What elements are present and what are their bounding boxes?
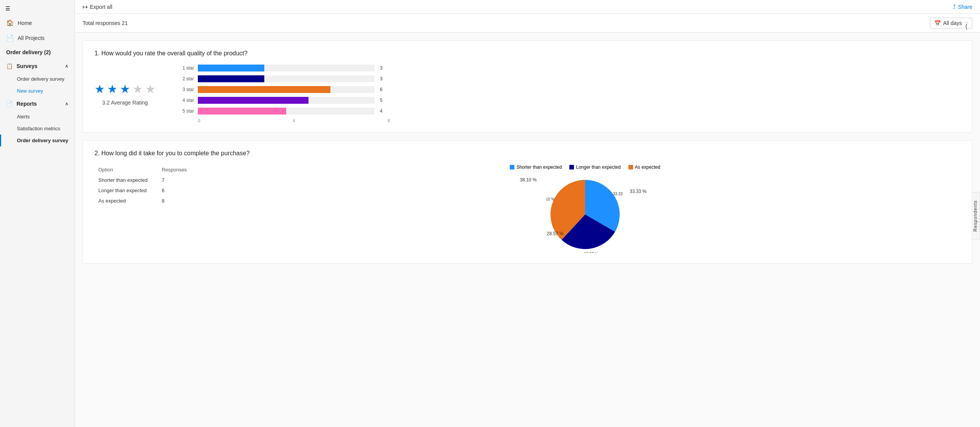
bar-label: 3 star — [179, 87, 194, 92]
bar-fill — [198, 108, 286, 115]
order-delivery-survey-report-label: Order delivery survey — [17, 138, 68, 143]
pie-label-text-0: 33.33 % — [613, 192, 623, 196]
legend-label: Shorter than expected — [516, 164, 562, 170]
legend-dot — [510, 165, 514, 169]
reports-collapse-icon[interactable]: ∧ — [65, 101, 68, 106]
pie-label-text-2: 38.10 % — [547, 197, 555, 201]
question-2-card: 2. How long did it take for you to compl… — [83, 140, 972, 264]
top-bar: ↦ Export all ⤴ Share — [75, 0, 980, 14]
question-1-title: 1. How would you rate the overall qualit… — [95, 50, 960, 57]
sidebar-item-new-survey[interactable]: New survey — [0, 85, 75, 97]
bar-label: 1 star — [179, 65, 194, 71]
sidebar-item-home[interactable]: 🏠 Home — [0, 15, 75, 30]
star-4: ★ — [133, 82, 143, 96]
bar-row: 1 star 3 — [179, 65, 960, 71]
bar-track — [198, 108, 375, 115]
export-all-button[interactable]: ↦ Export all — [83, 3, 112, 10]
legend-dot — [569, 165, 574, 169]
response-cell: 7 — [158, 175, 194, 185]
legend-item: Shorter than expected — [510, 164, 562, 170]
table-row: As expected8 — [95, 196, 194, 206]
bar-value: 3 — [380, 65, 383, 71]
sidebar-item-order-delivery-survey[interactable]: Order delivery survey — [0, 73, 75, 85]
surveys-label: Surveys — [17, 63, 37, 69]
calendar-icon: 📅 — [934, 20, 941, 26]
export-label: Export all — [90, 4, 112, 10]
col-option: Option — [95, 164, 158, 175]
star-1: ★ — [95, 82, 105, 96]
bar-fill — [198, 97, 308, 104]
legend-label: Longer than expected — [576, 164, 620, 170]
axis-label: 4 — [293, 118, 295, 123]
bar-row: 2 star 3 — [179, 75, 960, 82]
response-cell: 6 — [158, 185, 194, 196]
order-delivery-survey-label: Order delivery survey — [17, 76, 65, 82]
collapse-right-button[interactable]: ⟨ — [965, 22, 968, 31]
sidebar-item-satisfaction-metrics[interactable]: Satisfaction metrics — [0, 123, 75, 135]
legend-dot — [628, 165, 633, 169]
home-icon: 🏠 — [6, 19, 14, 27]
pie-label-shorter: 33.33 % — [630, 189, 647, 194]
bar-value: 4 — [380, 108, 383, 114]
content-area: 1. How would you rate the overall qualit… — [75, 33, 980, 427]
sidebar-item-alerts[interactable]: Alerts — [0, 111, 75, 123]
star-5: ★ — [145, 82, 156, 96]
sidebar-home-label: Home — [18, 20, 32, 26]
response-cell: 8 — [158, 196, 194, 206]
question-2-title: 2. How long did it take for you to compl… — [95, 150, 960, 157]
sidebar-item-all-projects[interactable]: 📄 All Projects — [0, 30, 75, 45]
sidebar-item-order-delivery-survey-report[interactable]: Order delivery survey — [0, 135, 75, 146]
option-cell: As expected — [95, 196, 158, 206]
bar-row: 4 star 5 — [179, 97, 960, 104]
q2-content: Option Responses Shorter than expected7L… — [95, 164, 960, 254]
table-row: Longer than expected6 — [95, 185, 194, 196]
pie-section: Shorter than expectedLonger than expecte… — [210, 164, 960, 254]
option-cell: Shorter than expected — [95, 175, 158, 185]
table-row: Shorter than expected7 — [95, 175, 194, 185]
bar-fill — [198, 75, 264, 82]
legend-item: As expected — [628, 164, 660, 170]
stars-display: ★ ★ ★ ★ ★ 3.2 Average Rating — [95, 82, 156, 106]
bar-label: 4 star — [179, 98, 194, 103]
share-label: Share — [958, 4, 972, 10]
respondents-tab[interactable]: Respondents — [971, 192, 980, 240]
satisfaction-metrics-label: Satisfaction metrics — [17, 126, 60, 131]
section-title: Order delivery (2) — [6, 49, 51, 55]
stars-row: ★ ★ ★ ★ ★ — [95, 82, 156, 96]
bar-value: 3 — [380, 76, 383, 81]
reports-section-header[interactable]: 📄 Reports ∧ — [0, 97, 75, 111]
bar-track — [198, 65, 375, 71]
bar-fill — [198, 65, 264, 71]
surveys-collapse-icon[interactable]: ∧ — [65, 63, 68, 69]
all-projects-icon: 📄 — [6, 34, 14, 42]
star-2: ★ — [107, 82, 118, 96]
col-responses: Responses — [158, 164, 194, 175]
pie-chart: 33.33 %28.57 %38.10 % — [547, 176, 623, 253]
main-content: ↦ Export all ⤴ Share Total responses 21 … — [75, 0, 980, 427]
share-button[interactable]: ⤴ Share — [953, 3, 972, 10]
bar-track — [198, 86, 375, 93]
bar-chart: 1 star 3 2 star 3 3 star 6 4 star 5 5 st… — [179, 65, 960, 123]
hamburger-menu-icon[interactable]: ☰ — [0, 2, 75, 15]
axis-label: 0 — [198, 118, 200, 123]
pie-label-as-expected: 38.10 % — [520, 177, 537, 183]
star-3: ★ — [120, 82, 130, 96]
reports-label: Reports — [17, 101, 37, 107]
alerts-label: Alerts — [17, 114, 30, 120]
rating-section: ★ ★ ★ ★ ★ 3.2 Average Rating 1 star 3 2 … — [95, 65, 960, 123]
bar-value: 5 — [380, 98, 383, 103]
bar-row: 3 star 6 — [179, 86, 960, 93]
share-icon: ⤴ — [953, 3, 956, 10]
question-1-card: 1. How would you rate the overall qualit… — [83, 40, 972, 133]
bar-fill — [198, 86, 330, 93]
total-responses: Total responses 21 — [83, 20, 128, 26]
surveys-section-header[interactable]: 📋 Surveys ∧ — [0, 59, 75, 73]
option-cell: Longer than expected — [95, 185, 158, 196]
days-filter-label: All days — [943, 20, 962, 26]
bar-label: 2 star — [179, 76, 194, 81]
sidebar-all-projects-label: All Projects — [18, 35, 45, 41]
pie-label-text-1: 28.57 % — [584, 252, 598, 253]
bar-track — [198, 97, 375, 104]
sub-bar: Total responses 21 📅 All days ∨ — [75, 14, 980, 33]
new-survey-label: New survey — [17, 88, 43, 94]
